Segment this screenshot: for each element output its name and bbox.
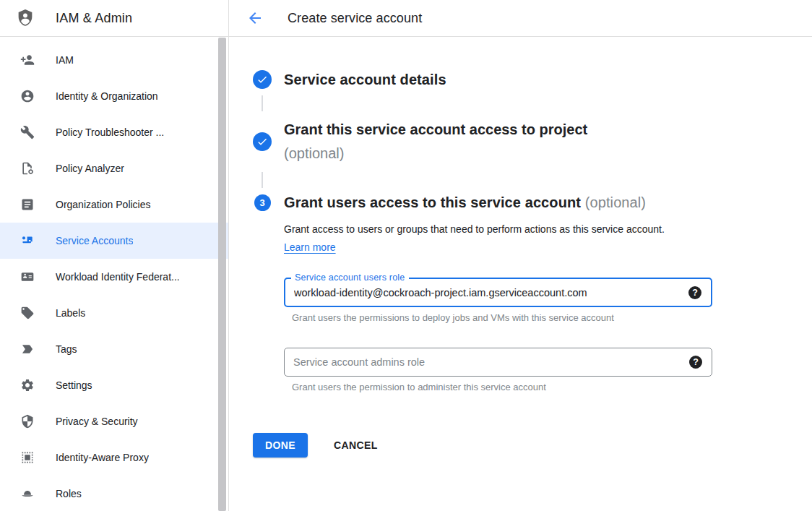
done-button[interactable]: DONE bbox=[253, 433, 308, 458]
doc-gear-icon bbox=[20, 161, 35, 176]
shield-half-icon bbox=[20, 414, 35, 429]
sidebar-item-policy-troubleshooter[interactable]: Policy Troubleshooter ... bbox=[0, 114, 228, 150]
page-header: Create service account bbox=[229, 0, 812, 37]
users-role-field-label: Service account users role bbox=[291, 272, 409, 283]
sidebar-item-workload-identity-federat[interactable]: Workload Identity Federat... bbox=[0, 259, 228, 295]
sidebar-item-label: Roles bbox=[56, 488, 82, 499]
step-2-grant-access-to-project: Grant this service account access to pro… bbox=[253, 118, 812, 166]
step-2-complete-check-icon bbox=[253, 132, 272, 151]
sidebar-item-label: Policy Analyzer bbox=[56, 163, 124, 174]
learn-more-link[interactable]: Learn more bbox=[284, 241, 336, 253]
sidebar-item-tags[interactable]: Tags bbox=[0, 331, 228, 367]
sidebar-item-label: Identity-Aware Proxy bbox=[56, 452, 149, 463]
sidebar-item-service-accounts[interactable]: Service Accounts bbox=[0, 223, 228, 259]
sidebar-item-identity-organization[interactable]: Identity & Organization bbox=[0, 78, 228, 114]
step-3-description: Grant access to users or groups that nee… bbox=[284, 220, 686, 257]
sidebar-item-identity-aware-proxy[interactable]: Identity-Aware Proxy bbox=[0, 439, 228, 476]
step-3-grant-users-access: 3 Grant users access to this service acc… bbox=[253, 194, 812, 211]
sidebar-item-label: Settings bbox=[56, 379, 92, 391]
sidebar-item-label: Service Accounts bbox=[56, 235, 133, 246]
users-role-field: Service account users role ? bbox=[284, 278, 712, 307]
badge-icon bbox=[20, 270, 35, 284]
iam-shield-icon bbox=[15, 7, 35, 29]
hat-icon bbox=[20, 486, 35, 501]
admins-role-field-group: ? Grant users the permission to administ… bbox=[284, 348, 712, 392]
create-service-account-form: Service account details Grant this servi… bbox=[229, 37, 812, 486]
main-panel: Create service account Service account d… bbox=[229, 0, 812, 511]
sidebar-item-label: Identity & Organization bbox=[56, 90, 158, 102]
sidebar-item-label: Workload Identity Federat... bbox=[56, 271, 180, 283]
admins-role-helper-text: Grant users the permission to administer… bbox=[292, 382, 712, 392]
sidebar-item-labels[interactable]: Labels bbox=[0, 295, 228, 331]
admins-role-field: ? bbox=[284, 348, 712, 377]
gear-icon bbox=[20, 378, 35, 392]
sidebar: IAM & Admin IAM Identity & Organization … bbox=[0, 0, 229, 511]
step-3-title: Grant users access to this service accou… bbox=[284, 194, 646, 211]
sidebar-scrollbar[interactable] bbox=[218, 38, 226, 511]
step-1-complete-check-icon bbox=[253, 70, 272, 89]
sidebar-item-iam[interactable]: IAM bbox=[0, 42, 228, 78]
step-connector bbox=[262, 95, 263, 111]
cancel-button[interactable]: CANCEL bbox=[322, 433, 389, 458]
label-icon bbox=[20, 306, 35, 320]
step-3-body: Grant access to users or groups that nee… bbox=[284, 220, 812, 486]
step-3-number-badge: 3 bbox=[254, 194, 271, 211]
tag-icon bbox=[20, 342, 35, 356]
app-title: IAM & Admin bbox=[56, 11, 132, 26]
help-icon[interactable]: ? bbox=[689, 356, 702, 369]
service-account-icon bbox=[20, 233, 35, 248]
sidebar-item-settings[interactable]: Settings bbox=[0, 367, 228, 403]
sidebar-item-label: Tags bbox=[56, 343, 77, 355]
sidebar-item-label: IAM bbox=[56, 54, 74, 66]
sidebar-item-policy-analyzer[interactable]: Policy Analyzer bbox=[0, 150, 228, 186]
step-1-service-account-details: Service account details bbox=[253, 70, 812, 89]
admins-role-input[interactable] bbox=[285, 348, 712, 376]
sidebar-item-label: Policy Troubleshooter ... bbox=[56, 126, 164, 138]
person-add-icon bbox=[20, 53, 35, 67]
users-role-helper-text: Grant users the permissions to deploy jo… bbox=[292, 312, 712, 323]
sidebar-item-label: Privacy & Security bbox=[56, 416, 138, 427]
step-1-title: Service account details bbox=[284, 72, 446, 88]
app-root: IAM & Admin IAM Identity & Organization … bbox=[0, 0, 812, 511]
page-title: Create service account bbox=[288, 11, 422, 26]
sidebar-item-privacy-security[interactable]: Privacy & Security bbox=[0, 403, 228, 439]
step-connector bbox=[262, 172, 263, 188]
sidebar-item-roles[interactable]: Roles bbox=[0, 476, 228, 511]
sidebar-item-label: Organization Policies bbox=[56, 199, 151, 210]
sidebar-header: IAM & Admin bbox=[0, 0, 228, 37]
account-circle-icon bbox=[20, 89, 35, 103]
proxy-icon bbox=[20, 450, 35, 465]
users-role-input[interactable] bbox=[285, 279, 711, 306]
article-icon bbox=[20, 197, 35, 212]
back-arrow-icon[interactable] bbox=[246, 9, 264, 27]
step-2-title: Grant this service account access to pro… bbox=[284, 118, 587, 166]
users-role-field-group: Service account users role ? Grant users… bbox=[284, 278, 712, 323]
sidebar-item-label: Labels bbox=[56, 307, 85, 319]
form-actions: DONE CANCEL bbox=[253, 433, 812, 486]
sidebar-nav: IAM Identity & Organization Policy Troub… bbox=[0, 37, 228, 511]
sidebar-item-organization-policies[interactable]: Organization Policies bbox=[0, 186, 228, 223]
wrench-icon bbox=[20, 125, 35, 139]
help-icon[interactable]: ? bbox=[688, 286, 701, 299]
